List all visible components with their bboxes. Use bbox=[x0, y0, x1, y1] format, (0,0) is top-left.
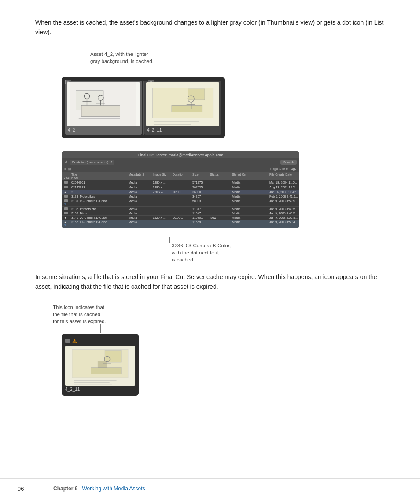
svg-rect-8 bbox=[81, 105, 120, 116]
refresh-icon[interactable]: ↺ bbox=[64, 160, 68, 164]
table-row[interactable]: 3138_BilusMedia11347...MediaJan 9, 2008 … bbox=[62, 211, 299, 216]
prev-page-btn[interactable]: ◀ bbox=[291, 167, 294, 171]
page-footer: 96 Chapter 6 Working with Media Assets bbox=[0, 478, 420, 493]
table-row[interactable]: 3132_Impacts etcMedia11347...MediaJan 9,… bbox=[62, 207, 299, 211]
list-titlebar: Final Cut Server: maria@mediaserver.appl… bbox=[62, 151, 299, 158]
search-button[interactable]: Search bbox=[280, 160, 297, 165]
svg-rect-25 bbox=[98, 361, 107, 367]
next-page-btn[interactable]: ▶ bbox=[294, 167, 297, 171]
thumbnail-label-2: 4_2_11 bbox=[146, 126, 219, 133]
footer-page-number: 96 bbox=[18, 486, 35, 492]
table-row[interactable]: ● 3157_07-Camera B-Color...Media11559...… bbox=[62, 220, 299, 228]
list-table-header: Title Metadata S Image Siz Duration Size… bbox=[62, 172, 299, 180]
annotation-label-2: 3236_03-Camera B-Color, with the dot nex… bbox=[172, 242, 231, 263]
table-row[interactable]: ● 2Media720 x 4...00:00...36000...MediaJ… bbox=[62, 190, 299, 195]
expired-screenshot: ⚠ 4_2_11 bbox=[62, 334, 139, 396]
annotation-label-1: Asset 4_2, with the lighter gray backgro… bbox=[90, 51, 154, 65]
view-icons[interactable]: ≡ ⊞ bbox=[64, 167, 71, 171]
expired-screenshot-header: ⚠ bbox=[65, 337, 135, 346]
footer-chapter-label: Chapter 6 Working with Media Assets bbox=[53, 486, 145, 492]
thumbnail-image-1 bbox=[67, 82, 140, 126]
list-screenshot-wrapper: Final Cut Server: maria@mediaserver.appl… bbox=[35, 151, 385, 228]
table-row[interactable]: 02142913Media1280 x ...707025MediaAug 13… bbox=[62, 185, 299, 190]
thumbnail-label-1: 4_2 bbox=[67, 126, 140, 133]
table-row[interactable]: ● 3141_20-Camera D-ColorMedia1920 x ...0… bbox=[62, 216, 299, 220]
svg-rect-24 bbox=[91, 367, 121, 374]
expired-icon-bar: ⚠ bbox=[65, 338, 77, 344]
thumbnails-screenshot: ▤ bbox=[62, 77, 225, 138]
intro-paragraph-1: When the asset is cached, the asset's ba… bbox=[35, 18, 385, 37]
list-toolbar-2: ≡ ⊞ Page 1 of 8 ◀ ▶ bbox=[62, 166, 299, 172]
svg-rect-15 bbox=[172, 105, 202, 112]
film-icon bbox=[65, 339, 70, 343]
thumbnail-item-1: 4_2 bbox=[65, 81, 142, 135]
footer-chapter-link[interactable]: Working with Media Assets bbox=[82, 486, 145, 492]
list-view-screenshot: Final Cut Server: maria@mediaserver.appl… bbox=[62, 151, 299, 228]
annotation-area-3: This icon indicates that the file that i… bbox=[53, 303, 385, 327]
table-row[interactable]: 02044901Media1280 x ...571375MediaMar 18… bbox=[62, 180, 299, 185]
thumbnail-image-2 bbox=[146, 82, 219, 126]
expired-thumbnail-label: 4_2_11 bbox=[65, 386, 135, 392]
thumbnail-item-2: 4_2_11 bbox=[144, 81, 221, 135]
table-row[interactable]: 3133_MotorbikesMedia34357MediaFeb 5, 200… bbox=[62, 195, 299, 199]
page-indicator: Page 1 of 8 bbox=[270, 167, 288, 171]
annotation-area-2: 3236_03-Camera B-Color, with the dot nex… bbox=[62, 237, 385, 261]
footer-divider bbox=[44, 484, 44, 493]
list-toolbar: ↺ Contains (more results): 3 Search bbox=[62, 158, 299, 166]
svg-rect-14 bbox=[188, 89, 205, 100]
section-paragraph-2: In some situations, a file that is store… bbox=[35, 272, 385, 292]
table-row[interactable]: 3130_09-Camera D-ColorMedia58903...Media… bbox=[62, 199, 299, 207]
expired-thumbnail-image bbox=[65, 346, 135, 386]
warning-icon: ⚠ bbox=[72, 338, 77, 344]
annotation-label-3: This icon indicates that the file that i… bbox=[53, 304, 106, 325]
search-bar[interactable]: Contains (more results): 3 bbox=[70, 160, 114, 165]
